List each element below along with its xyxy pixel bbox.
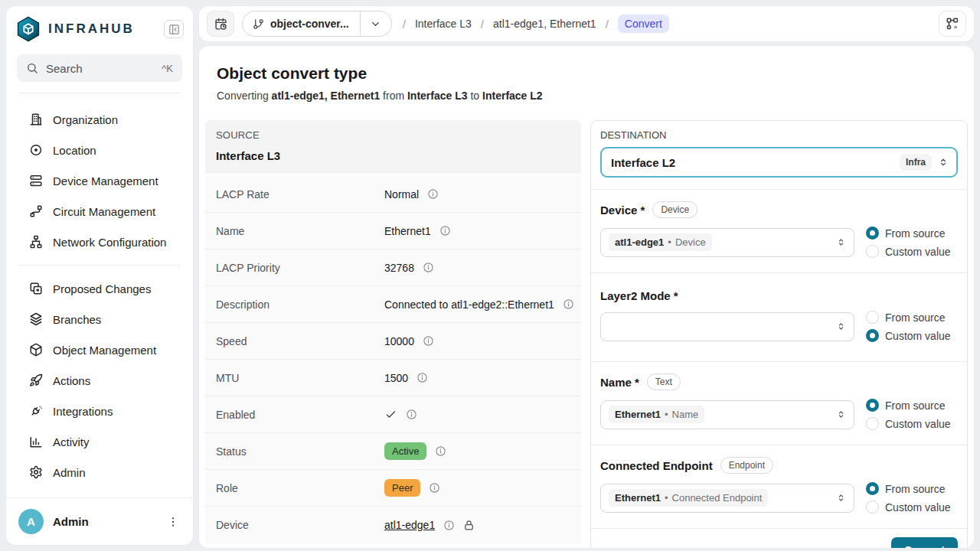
logo[interactable]: INFRAHUB: [6, 6, 193, 53]
attribute-value: 32768: [384, 262, 414, 274]
sidebar-item-device-management[interactable]: Device Management: [6, 165, 193, 196]
info-icon[interactable]: [443, 520, 455, 531]
nav-group-primary: Organization Location Device Management …: [6, 93, 193, 265]
breadcrumb-item-object[interactable]: atl1-edge1, Ethernet1: [493, 18, 596, 30]
subtitle-source-type: Interface L3: [407, 90, 468, 102]
info-icon[interactable]: [435, 445, 446, 457]
value-mode-radios: From source Custom value: [866, 482, 951, 514]
radio-label: Custom value: [885, 501, 951, 514]
radio-label: From source: [885, 399, 946, 412]
info-icon[interactable]: [423, 262, 434, 273]
sidebar-item-object-management[interactable]: Object Management: [6, 334, 193, 365]
status-badge: Active: [384, 442, 426, 460]
destination-type-value: Interface L2: [611, 156, 900, 169]
device-select[interactable]: atl1-edge1 • Device: [600, 228, 854, 257]
from-source-option[interactable]: From source: [866, 311, 951, 324]
subtitle-target-type: Interface L2: [482, 90, 543, 102]
branch-name: object-conver...: [270, 18, 349, 30]
radio-unselected: [866, 311, 879, 324]
source-row-lacp-rate: LACP Rate Normal: [205, 176, 581, 213]
sidebar-item-branches[interactable]: Branches: [6, 304, 193, 334]
value-separator: •: [665, 409, 668, 420]
field-kind-badge: Device: [652, 201, 697, 218]
radio-label: From source: [885, 227, 946, 240]
info-icon[interactable]: [427, 188, 439, 200]
sidebar-item-label: Organization: [53, 113, 118, 126]
sidebar-item-label: Circuit Management: [53, 205, 155, 218]
sidebar-item-label: Integrations: [53, 405, 113, 418]
layer2-mode-select[interactable]: [600, 312, 854, 341]
selected-value-suffix: Connected Endpoint: [672, 492, 763, 504]
chevrons-up-down-icon: [836, 409, 846, 419]
sidebar-item-label: Actions: [53, 374, 90, 387]
info-icon[interactable]: [429, 482, 440, 494]
sidebar-item-admin[interactable]: Admin: [6, 457, 193, 487]
convert-button[interactable]: Convert: [891, 537, 958, 548]
info-icon[interactable]: [439, 225, 451, 236]
branch-dropdown-button[interactable]: [361, 11, 391, 36]
field-device: Device * Device atl1-edge1 • Device: [591, 190, 967, 273]
selected-value: atl1-edge1: [615, 236, 664, 248]
schema-graph-button[interactable]: [939, 11, 966, 37]
sidebar-item-circuit-management[interactable]: Circuit Management: [6, 196, 193, 227]
breadcrumb-separator: /: [403, 18, 406, 31]
sidebar-collapse-button[interactable]: [164, 20, 184, 38]
source-row-enabled: Enabled: [205, 396, 581, 433]
location-icon: [29, 143, 43, 157]
from-source-option[interactable]: From source: [866, 399, 951, 412]
chevrons-up-down-icon: [938, 157, 949, 168]
sidebar-item-proposed-changes[interactable]: Proposed Changes: [6, 273, 193, 304]
connected-endpoint-select[interactable]: Ethernet1 • Connected Endpoint: [600, 484, 854, 513]
from-source-option[interactable]: From source: [866, 482, 951, 495]
subtitle-to-word: to: [470, 90, 479, 102]
kebab-menu-icon: [167, 516, 179, 528]
sidebar-item-organization[interactable]: Organization: [6, 104, 193, 135]
custom-value-option[interactable]: Custom value: [866, 500, 951, 514]
network-icon: [29, 235, 43, 249]
subtitle-from-word: from: [383, 90, 404, 102]
custom-value-option[interactable]: Custom value: [866, 245, 951, 258]
sidebar-item-activity[interactable]: Activity: [6, 426, 193, 457]
name-select[interactable]: Ethernet1 • Name: [600, 400, 854, 429]
sidebar-item-integrations[interactable]: Integrations: [6, 396, 193, 426]
sidebar-item-actions[interactable]: Actions: [6, 365, 193, 396]
custom-value-option[interactable]: Custom value: [866, 329, 951, 342]
field-label: Layer2 Mode *: [600, 289, 678, 302]
attribute-label: LACP Rate: [216, 188, 384, 201]
custom-value-option[interactable]: Custom value: [866, 417, 951, 430]
top-bar: object-conver... / Interface L3 / atl1-e…: [199, 6, 974, 41]
chevron-down-icon: [370, 18, 381, 30]
info-icon[interactable]: [406, 409, 417, 420]
search-shortcut: ^K: [162, 63, 173, 74]
search-icon: [26, 62, 38, 74]
value-separator: •: [665, 492, 668, 504]
attribute-label: Device: [216, 519, 384, 531]
radio-label: From source: [885, 483, 946, 495]
attribute-label: Enabled: [216, 409, 384, 421]
destination-type-select[interactable]: Interface L2 Infra: [600, 147, 958, 178]
source-schema-name: Interface L3: [216, 149, 570, 162]
user-menu-button[interactable]: [165, 514, 181, 530]
destination-panel: DESTINATION Interface L2 Infra Device * …: [590, 120, 968, 548]
chevrons-up-down-icon: [836, 321, 846, 331]
time-travel-button[interactable]: [207, 11, 234, 37]
attribute-value: Ethernet1: [384, 225, 431, 237]
info-icon[interactable]: [423, 335, 434, 347]
nav-group-secondary: Proposed Changes Branches Object Managem…: [6, 266, 193, 495]
field-name: Name * Text Ethernet1 • Name: [591, 362, 967, 445]
from-source-option[interactable]: From source: [866, 227, 951, 240]
destination-panel-label: DESTINATION: [600, 129, 958, 141]
info-icon[interactable]: [563, 298, 574, 310]
branch-selector[interactable]: object-conver...: [242, 11, 392, 37]
selected-value: Ethernet1: [615, 409, 661, 420]
sidebar-item-location[interactable]: Location: [6, 135, 193, 165]
sidebar-item-network-configuration[interactable]: Network Configuration: [6, 227, 193, 257]
page-title: Object convert type: [217, 64, 968, 83]
device-link[interactable]: atl1-edge1: [384, 519, 435, 531]
attribute-label: Role: [216, 482, 384, 494]
source-row-lacp-priority: LACP Priority 32768: [205, 249, 581, 286]
breadcrumb-item-schema[interactable]: Interface L3: [415, 18, 472, 30]
info-icon[interactable]: [416, 372, 428, 383]
search-input[interactable]: Search ^K: [17, 54, 182, 82]
bar-chart-icon: [29, 435, 43, 448]
